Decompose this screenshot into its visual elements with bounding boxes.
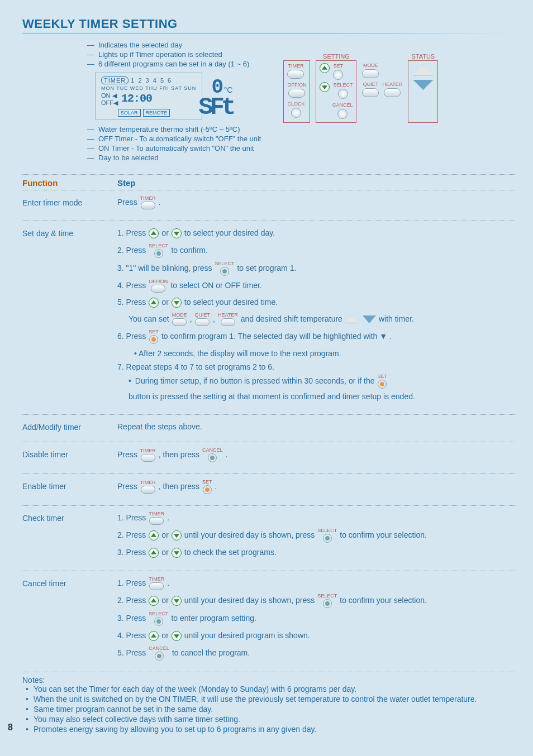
step-text: 4. Press <box>117 629 146 643</box>
divider <box>22 190 516 190</box>
step-text: or <box>161 296 168 309</box>
icon-label: OFF/ON <box>149 279 168 284</box>
panel-label-clock: CLOCK <box>287 101 304 107</box>
step-text: 1. Press <box>117 511 146 525</box>
remote-panel: TIMER OFF/ON CLOCK SETTING SET SELECT CA… <box>283 60 438 123</box>
step-text: Press <box>117 480 137 494</box>
select-icon <box>220 267 229 276</box>
quiet-icon <box>195 318 210 326</box>
diagram-top-callouts: Indicates the selected day Lights up if … <box>87 41 261 68</box>
mode-button[interactable] <box>362 69 379 78</box>
status-up-button[interactable] <box>413 65 433 75</box>
row-enable-timer: Enable timer Press TIMER , then press SE… <box>22 476 516 503</box>
select-icon <box>323 599 332 608</box>
status-down-button[interactable] <box>413 80 433 90</box>
callout: Lights up if Timer operation is selected <box>87 50 261 59</box>
section-heading: WEEKLY TIMER SETTING <box>22 17 516 31</box>
icon-label: TIMER <box>140 448 156 453</box>
lcd-on-label: ON ◀ <box>101 92 118 99</box>
panel-timer-group: TIMER OFF/ON CLOCK <box>283 60 310 123</box>
step-text: Press <box>117 196 137 209</box>
note-item: You may also select collective days with… <box>22 715 516 724</box>
note-item: When the unit is switched on by the ON T… <box>22 695 516 704</box>
function-name: Cancel timer <box>22 577 117 588</box>
callout: ON Timer - To automatically switch "ON" … <box>87 144 261 152</box>
icon-label: SET <box>202 480 212 485</box>
step-text: , <box>190 313 192 326</box>
icon-label: SELECT <box>317 594 337 599</box>
select-icon <box>154 617 163 626</box>
offon-button[interactable] <box>288 89 305 98</box>
divider <box>22 672 516 672</box>
top-diagram: Indicates the selected day Lights up if … <box>22 41 516 163</box>
lcd-off-label: OFF◀ <box>101 99 118 107</box>
row-set-day-time: Set day & time 1. Press or to select you… <box>22 223 516 412</box>
step-text: to select your desired time. <box>184 296 278 309</box>
icon-label: SELECT <box>149 243 168 248</box>
up-button[interactable] <box>320 63 330 73</box>
step-text: 1. Press <box>117 227 146 240</box>
row-add-modify: Add/Modify timer Repeat the steps above. <box>22 417 516 439</box>
icon-label: SELECT <box>149 611 168 616</box>
down-icon <box>172 596 182 606</box>
row-enter-timer: Enter timer mode Press TIMER . <box>22 193 516 218</box>
lcd-time: 12:00 <box>121 92 152 105</box>
panel-status-group: STATUS <box>408 60 438 123</box>
icon-label: TIMER <box>149 511 164 516</box>
panel-label-timer: TIMER <box>288 63 303 69</box>
set-button[interactable] <box>333 70 343 80</box>
divider <box>22 473 516 474</box>
panel-label-offon: OFF/ON <box>287 82 306 88</box>
callout: Day to be selected <box>87 154 261 162</box>
col-function: Function <box>22 178 117 188</box>
step-text: , then press <box>159 480 199 494</box>
notes-title: Notes: <box>22 676 516 685</box>
up-icon <box>149 298 159 308</box>
step-text: 5. Press <box>117 647 146 660</box>
cancel-button[interactable] <box>337 109 348 119</box>
lcd-remote: REMOTE <box>143 109 170 117</box>
panel-setting-group: SETTING SET SELECT CANCEL <box>316 60 356 123</box>
heater-button[interactable] <box>384 88 401 97</box>
icon-label: CANCEL <box>149 646 169 651</box>
step-text: . <box>167 577 169 590</box>
function-name: Set day & time <box>22 227 117 238</box>
step-text: 2. Press <box>117 529 146 542</box>
clock-button[interactable] <box>291 108 301 118</box>
set-icon <box>378 380 387 389</box>
select-button[interactable] <box>338 89 348 99</box>
step-text: to cancel the program. <box>172 647 250 660</box>
callout: Indicates the selected day <box>87 41 261 49</box>
timer-icon <box>141 202 155 209</box>
divider <box>22 505 516 506</box>
icon-label: SELECT <box>215 261 234 266</box>
set-icon <box>149 335 158 344</box>
tri-up-icon <box>345 315 359 323</box>
step-text: with timer. <box>379 313 414 326</box>
panel-label-mode: MODE <box>363 63 378 68</box>
step-text: 2. Press <box>117 244 146 257</box>
step-text: During timer setup, if no button is pres… <box>135 375 375 388</box>
lcd-sft: SFt <box>198 98 232 117</box>
up-icon <box>149 596 159 606</box>
bullet: • <box>129 375 134 388</box>
step-text: to confirm. <box>171 244 207 257</box>
step-text: 5. Press <box>117 296 146 309</box>
step-text: . <box>167 511 169 525</box>
timer-button[interactable] <box>287 70 304 79</box>
down-button[interactable] <box>320 82 330 92</box>
callout: Water temperature thermo shift (-5ºC ~ 5… <box>87 125 261 133</box>
quiet-button[interactable] <box>362 88 379 97</box>
step-text: Repeat the steps above. <box>117 422 202 431</box>
step-text: to check the set programs. <box>184 546 277 559</box>
row-check-timer: Check timer 1. Press TIMER . 2. Press or… <box>22 508 516 568</box>
down-icon <box>172 548 182 558</box>
lcd-timer-label: TIMER <box>101 76 129 84</box>
step-text: 4. Press <box>117 279 146 293</box>
function-name: Disable timer <box>22 448 117 459</box>
diagram-bottom-callouts: Water temperature thermo shift (-5ºC ~ 5… <box>87 125 261 162</box>
step-text: . <box>225 448 227 462</box>
icon-label: SET <box>149 329 159 334</box>
down-icon <box>172 530 182 540</box>
function-name: Enable timer <box>22 480 117 491</box>
